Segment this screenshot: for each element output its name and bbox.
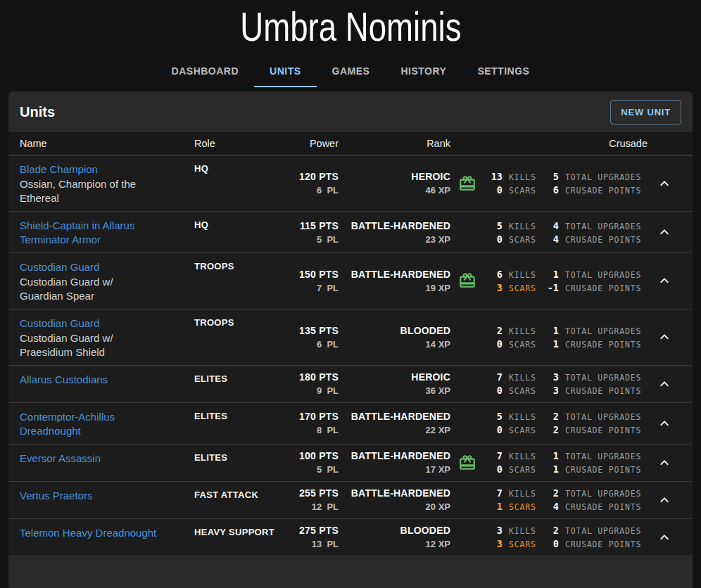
table-row: Vertus Praetors FAST ATTACK 255 PTS 12 P… [8, 482, 693, 519]
collapse-row-button[interactable] [652, 450, 677, 475]
kills-stat: 13 KILLS [484, 171, 541, 182]
chevron-up-icon [656, 454, 673, 471]
unit-power-cell: 150 PTS 7 PL [279, 269, 339, 293]
collapse-row-button[interactable] [652, 171, 677, 196]
unit-rank-cell: BLOODED 12 XP [339, 525, 450, 549]
unit-power-cell: 120 PTS 6 PL [279, 171, 339, 196]
table-row: Custodian Guard Custodian Guard w/ Praes… [8, 309, 693, 366]
unit-name-link[interactable]: Custodian Guard [20, 317, 99, 329]
unit-name-cell: Custodian Guard Custodian Guard w/ Praes… [20, 315, 194, 359]
collapse-row-button[interactable] [652, 324, 677, 350]
unit-xp: 22 XP [339, 425, 450, 435]
unit-power-level: 13 PL [279, 539, 339, 549]
table-header-row: Name Role Power Rank Crusade [8, 132, 693, 155]
unit-power-level: 5 PL [279, 234, 339, 245]
scars-stat: 0 SCARS [484, 184, 541, 196]
unit-rank: BATTLE-HARDENED [339, 269, 450, 280]
tab-dashboard[interactable]: DASHBOARD [156, 56, 255, 87]
unit-name-link[interactable]: Telemon Heavy Dreadnought [20, 527, 156, 539]
unit-name-cell: Custodian Guard Custodian Guard w/ Guard… [20, 259, 194, 303]
unit-kills-scars-cell: 7 KILLS 0 SCARS [484, 450, 541, 475]
unit-power-cell: 275 PTS 13 PL [279, 525, 339, 549]
kills-stat: 7 KILLS [484, 487, 541, 499]
unit-collapse-cell [648, 371, 681, 397]
tab-games[interactable]: GAMES [317, 56, 386, 87]
unit-power-cell: 135 PTS 6 PL [279, 325, 339, 350]
unit-points: 120 PTS [279, 171, 339, 182]
total-upgrades-stat: 5 TOTAL UPGRADES [541, 171, 648, 182]
app-title: Umbra Nominis [240, 3, 461, 51]
unit-power-level: 7 PL [279, 283, 339, 293]
unit-xp: 46 XP [339, 185, 450, 196]
unit-crusade-cell: 5 TOTAL UPGRADES 6 CRUSADE POINTS [541, 171, 648, 196]
scars-stat: 0 SCARS [484, 424, 541, 435]
unit-rank: BATTLE-HARDENED [339, 450, 450, 461]
collapse-row-button[interactable] [652, 525, 677, 550]
unit-kills-scars-cell: 7 KILLS 0 SCARS [484, 371, 541, 396]
unit-xp: 23 XP [339, 234, 450, 245]
unit-subtitle: Custodian Guard w/ Guardian Spear [20, 275, 158, 303]
collapse-row-button[interactable] [652, 371, 677, 397]
unit-reward-cell [450, 328, 484, 346]
total-upgrades-stat: 1 TOTAL UPGRADES [541, 450, 648, 461]
unit-role: FAST ATTACK [194, 487, 279, 500]
unit-rank-cell: HEROIC 46 XP [339, 171, 450, 196]
units-panel: Units NEW UNIT Name Role Power Rank Crus… [8, 91, 693, 588]
unit-reward-cell [450, 454, 484, 472]
unit-reward-cell [450, 223, 484, 241]
unit-power-level: 8 PL [279, 425, 339, 435]
collapse-row-button[interactable] [652, 411, 677, 436]
unit-points: 180 PTS [279, 371, 339, 383]
unit-name-link[interactable]: Allarus Custodians [20, 373, 108, 385]
kills-stat: 7 KILLS [484, 450, 541, 461]
unit-name-cell: Eversor Assassin [20, 450, 194, 466]
unit-reward-cell [450, 528, 484, 547]
unit-crusade-cell: 3 TOTAL UPGRADES 3 CRUSADE POINTS [541, 371, 648, 396]
unit-power-level: 9 PL [279, 385, 339, 396]
unit-points: 150 PTS [279, 269, 339, 280]
unit-rank: BATTLE-HARDENED [339, 220, 450, 231]
unit-role: TROOPS [194, 259, 279, 271]
unit-name-link[interactable]: Custodian Guard [20, 261, 99, 273]
collapse-row-button[interactable] [652, 487, 677, 513]
unit-crusade-cell: 1 TOTAL UPGRADES -1 CRUSADE POINTS [541, 269, 648, 293]
unit-crusade-cell: 1 TOTAL UPGRADES 1 CRUSADE POINTS [541, 450, 648, 475]
unit-name-link[interactable]: Eversor Assassin [20, 452, 101, 464]
collapse-row-button[interactable] [652, 268, 677, 293]
total-upgrades-stat: 1 TOTAL UPGRADES [541, 325, 648, 336]
unit-subtitle: Custodian Guard w/ Praesidium Shield [20, 331, 158, 359]
unit-role: ELITES [194, 409, 279, 421]
unit-rank: HEROIC [339, 171, 450, 182]
chevron-up-icon [656, 415, 673, 432]
unit-rank-cell: BATTLE-HARDENED 19 XP [339, 269, 450, 293]
unit-crusade-cell: 4 TOTAL UPGRADES 4 CRUSADE POINTS [541, 220, 648, 245]
tab-history[interactable]: HISTORY [385, 56, 462, 87]
unit-name-link[interactable]: Shield-Captain in Allarus Terminator Arm… [20, 219, 134, 245]
chevron-up-icon [656, 272, 673, 289]
unit-rank: HEROIC [339, 371, 450, 383]
total-upgrades-stat: 2 TOTAL UPGRADES [541, 525, 648, 536]
unit-points: 135 PTS [279, 325, 339, 336]
new-unit-button[interactable]: NEW UNIT [610, 100, 681, 124]
table-row: Contemptor-Achillus Dreadnought ELITES 1… [8, 403, 693, 445]
total-upgrades-stat: 4 TOTAL UPGRADES [541, 220, 648, 231]
gift-icon [458, 454, 476, 472]
tab-units[interactable]: UNITS [254, 56, 317, 87]
unit-name-link[interactable]: Blade Champion [20, 163, 98, 175]
total-upgrades-stat: 3 TOTAL UPGRADES [541, 371, 648, 383]
unit-points: 170 PTS [279, 411, 339, 422]
total-upgrades-stat: 2 TOTAL UPGRADES [541, 487, 648, 499]
unit-crusade-cell: 1 TOTAL UPGRADES 1 CRUSADE POINTS [541, 325, 648, 350]
tab-settings[interactable]: SETTINGS [462, 56, 545, 87]
unit-points: 275 PTS [279, 525, 339, 536]
unit-name-link[interactable]: Contemptor-Achillus Dreadnought [20, 411, 115, 437]
unit-name-link[interactable]: Vertus Praetors [20, 490, 92, 501]
unit-role: ELITES [194, 450, 279, 463]
unit-name-cell: Contemptor-Achillus Dreadnought [20, 409, 194, 438]
unit-crusade-cell: 2 TOTAL UPGRADES 0 CRUSADE POINTS [541, 525, 648, 549]
unit-kills-scars-cell: 3 KILLS 3 SCARS [484, 525, 541, 549]
crusade-points-stat: 3 CRUSADE POINTS [541, 385, 648, 396]
collapse-row-button[interactable] [652, 219, 677, 245]
crusade-points-stat: 6 CRUSADE POINTS [541, 184, 648, 196]
unit-collapse-cell [648, 411, 681, 436]
